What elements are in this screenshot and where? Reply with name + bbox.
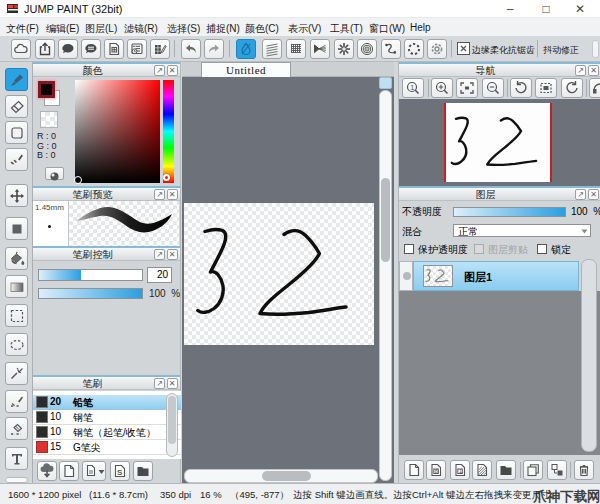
svg-text:1: 1 (459, 468, 462, 474)
svg-text:S: S (117, 468, 123, 477)
svg-text:8: 8 (435, 468, 438, 474)
svg-text:1: 1 (410, 83, 414, 92)
